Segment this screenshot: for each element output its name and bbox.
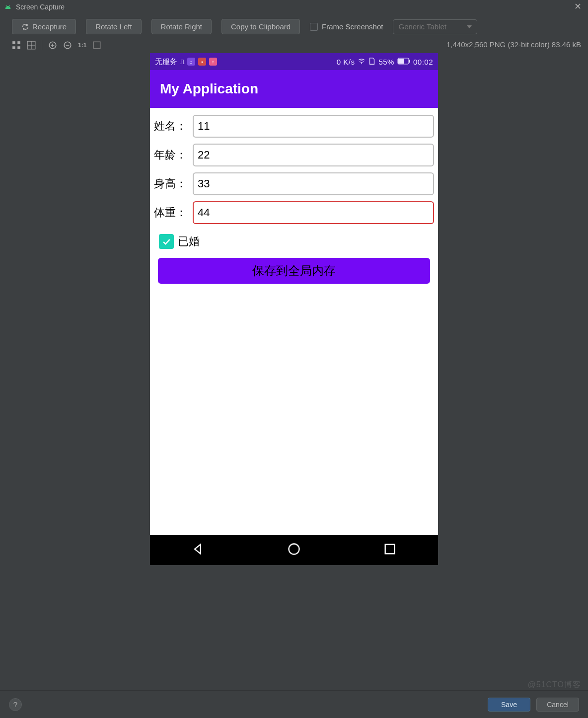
time-text: 00:02: [413, 58, 433, 66]
age-input[interactable]: [193, 144, 434, 166]
screenshot-viewport: 无服务 ⎍ ⌂ ▪ ♀ 0 K/s 55%: [0, 53, 588, 690]
close-icon[interactable]: ✕: [573, 2, 582, 11]
svg-rect-19: [398, 59, 404, 64]
zoom-toolbar: 1:1 1,440x2,560 PNG (32-bit color) 83.46…: [0, 38, 588, 53]
check-icon: [161, 237, 171, 246]
android-navbar: [150, 535, 438, 565]
network-speed-text: 0 K/s: [337, 58, 355, 66]
svg-point-21: [289, 544, 299, 555]
name-row: 姓名：: [154, 115, 434, 138]
chevron-down-icon: [467, 25, 472, 28]
window-titlebar: Screen Capture ✕: [0, 0, 588, 14]
age-row: 年龄：: [154, 144, 434, 166]
married-row: 已婚: [154, 230, 434, 258]
svg-rect-5: [17, 41, 20, 44]
copy-clipboard-label: Copy to Clipboard: [231, 22, 291, 31]
rotate-right-label: Rotate Right: [161, 22, 202, 31]
rotate-left-button[interactable]: Rotate Left: [86, 19, 141, 34]
dialog-footer: ? Save Cancel: [0, 690, 588, 718]
battery-icon: [397, 58, 410, 66]
grid-icon[interactable]: [27, 41, 36, 50]
cancel-button-label: Cancel: [547, 701, 569, 709]
nav-recent-button[interactable]: [383, 542, 397, 558]
frame-screenshot-label: Frame Screenshot: [322, 22, 383, 31]
refresh-icon: [21, 23, 29, 31]
weight-input[interactable]: [193, 201, 434, 224]
usb-icon: ⎍: [180, 58, 184, 66]
battery-text: 55%: [378, 58, 394, 66]
image-meta-text: 1,440x2,560 PNG (32-bit color) 83.46 kB: [446, 40, 581, 49]
fit-screen-icon[interactable]: [12, 41, 21, 50]
recapture-label: Recapture: [32, 22, 67, 31]
svg-point-17: [361, 63, 362, 64]
name-input[interactable]: [193, 115, 434, 138]
weight-label: 体重：: [154, 205, 193, 220]
married-label: 已婚: [178, 234, 200, 249]
toolbar: Recapture Rotate Left Rotate Right Copy …: [0, 14, 588, 38]
zoom-in-icon[interactable]: [48, 41, 57, 50]
svg-rect-16: [94, 42, 101, 49]
svg-rect-22: [385, 545, 395, 554]
status-app-icon-1: ⌂: [187, 58, 195, 66]
height-row: 身高：: [154, 172, 434, 195]
save-global-label: 保存到全局内存: [252, 263, 336, 279]
rotate-right-button[interactable]: Rotate Right: [151, 19, 212, 34]
svg-point-1: [8, 7, 9, 7]
svg-rect-6: [12, 46, 15, 49]
married-checkbox[interactable]: [159, 234, 174, 249]
android-statusbar: 无服务 ⎍ ⌂ ▪ ♀ 0 K/s 55%: [150, 53, 438, 70]
svg-line-3: [9, 5, 10, 6]
carrier-text: 无服务: [155, 57, 177, 67]
app-title: My Application: [160, 81, 258, 97]
status-app-icon-3: ♀: [209, 58, 217, 66]
svg-rect-4: [12, 41, 15, 44]
svg-rect-7: [17, 46, 20, 49]
svg-rect-20: [409, 60, 410, 63]
save-button[interactable]: Save: [488, 698, 530, 712]
weight-row: 体重：: [154, 201, 434, 224]
rotate-left-label: Rotate Left: [95, 22, 132, 31]
cancel-button[interactable]: Cancel: [536, 698, 579, 712]
app-bar: My Application: [150, 70, 438, 108]
device-dropdown-value: Generic Tablet: [398, 22, 446, 31]
nav-home-button[interactable]: [287, 542, 301, 558]
recapture-button[interactable]: Recapture: [12, 19, 76, 34]
window-title: Screen Capture: [16, 3, 65, 11]
device-dropdown[interactable]: Generic Tablet: [393, 19, 477, 34]
age-label: 年龄：: [154, 148, 193, 162]
copy-clipboard-button[interactable]: Copy to Clipboard: [221, 19, 300, 34]
height-label: 身高：: [154, 176, 193, 191]
save-global-button[interactable]: 保存到全局内存: [158, 258, 430, 284]
frame-screenshot-checkbox[interactable]: Frame Screenshot: [310, 22, 383, 31]
crop-icon[interactable]: [92, 41, 101, 50]
name-label: 姓名：: [154, 119, 193, 134]
zoom-actual-button[interactable]: 1:1: [78, 41, 86, 50]
form-content: 姓名： 年龄： 身高： 体重：: [150, 108, 438, 535]
android-icon: [4, 4, 12, 9]
height-input[interactable]: [193, 172, 434, 195]
help-button[interactable]: ?: [9, 698, 22, 711]
svg-point-0: [6, 7, 7, 7]
svg-line-2: [6, 5, 6, 6]
wifi-icon: [358, 57, 366, 67]
zoom-out-icon[interactable]: [63, 41, 72, 50]
device-screenshot: 无服务 ⎍ ⌂ ▪ ♀ 0 K/s 55%: [150, 53, 438, 565]
status-app-icon-2: ▪: [198, 58, 206, 66]
save-button-label: Save: [501, 701, 517, 709]
nav-back-button[interactable]: [191, 542, 205, 558]
sim-icon: [368, 57, 375, 67]
checkbox-icon: [310, 23, 318, 31]
